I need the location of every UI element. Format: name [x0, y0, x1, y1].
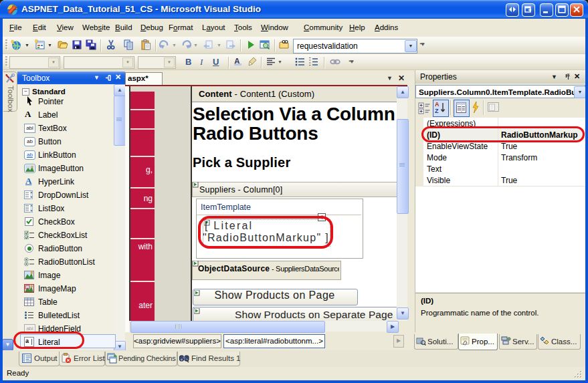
svg-text:Z: Z: [435, 108, 439, 114]
svg-text:A: A: [435, 101, 439, 108]
